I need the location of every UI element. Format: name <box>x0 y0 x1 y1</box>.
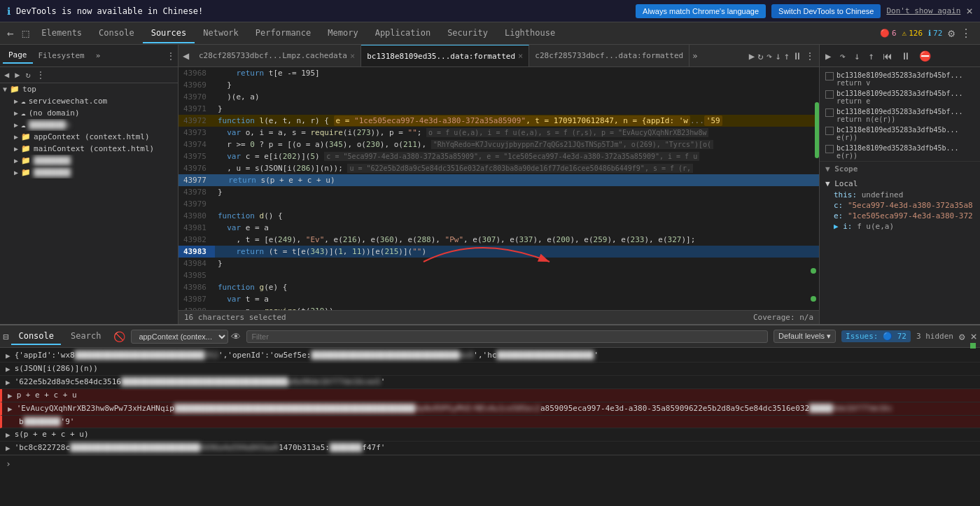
scope-item-3[interactable]: bc1318e8109ed35283a3dfb45bf... return n(… <box>820 106 980 125</box>
sidebar-tabs-more[interactable]: » <box>90 48 106 63</box>
tab-elements[interactable]: Elements <box>33 24 90 43</box>
console-row-7-arrow[interactable]: ▶ <box>6 444 10 453</box>
tree-item-blurred1[interactable]: ▶ ☁ ████████n <box>0 119 178 131</box>
tree-item-blurred3[interactable]: ▶ 📁 ████████ <box>0 167 178 178</box>
more-btn[interactable]: ⋮ <box>805 50 815 62</box>
scope-item-5[interactable]: bc1318e8109ed35283a3dfb45b... e(r)) <box>820 143 980 161</box>
scope-sub-2: return e <box>836 97 963 105</box>
tree-item-maincontext[interactable]: ▶ 📁 mainContext (context.html) <box>0 143 178 155</box>
console-row-5-arrow[interactable]: ▶ <box>8 405 13 414</box>
deactivate-btn[interactable]: ⏸ <box>792 50 802 62</box>
default-levels-btn[interactable]: Default levels ▾ <box>774 330 836 343</box>
tab-lighthouse[interactable]: Lighthouse <box>496 24 564 43</box>
console-row-3-arrow[interactable]: ▶ <box>6 378 10 387</box>
tab-console[interactable]: Console <box>90 24 143 43</box>
back-icon[interactable]: ← <box>3 24 18 43</box>
tree-item-blurred2[interactable]: ▶ 📁 ████████ <box>0 155 178 167</box>
tree-label-ac: appContext (context.html) <box>34 132 150 141</box>
info-badge[interactable]: ℹ 72 <box>928 29 942 38</box>
step-into-right-btn[interactable]: ↓ <box>851 49 862 63</box>
settings-icon[interactable]: ⚙ <box>948 27 955 40</box>
scope-local[interactable]: ▼ Local <box>820 176 980 190</box>
scope-item-1[interactable]: bc1318e8109ed35283a3dfb45bf... return v <box>820 70 980 88</box>
console-context-select[interactable]: appContext (contex... <box>131 330 228 344</box>
run-btn[interactable]: ▶ <box>749 50 755 62</box>
console-filter-input[interactable] <box>246 330 768 343</box>
step-back-btn[interactable]: ⏮ <box>880 49 895 63</box>
console-close-btn[interactable]: × <box>970 330 977 343</box>
scope-item-4[interactable]: bc1318e8109ed35283a3dfb45b... e(r)) <box>820 125 980 143</box>
tree-arrow-nd: ▶ <box>14 109 18 117</box>
scope-checkbox-1[interactable] <box>825 72 834 80</box>
console-area[interactable]: ▶ {'appId':'wx8█████████████████████████… <box>0 348 980 506</box>
code-tab-3[interactable]: c28cf285733dbcf...data:formatted <box>529 45 690 67</box>
tree-item-appcontext[interactable]: ▶ 📁 appContext (context.html) <box>0 131 178 143</box>
scope-header: ▼ Scope <box>820 161 980 176</box>
tree-item-top[interactable]: ▼ 📁 top <box>0 83 178 95</box>
sidebar-nav-left[interactable]: ◀ <box>3 69 10 81</box>
console-row-6-arrow[interactable]: ▶ <box>6 430 10 440</box>
console-row-6: ▶ s(p + e + c + u) <box>0 428 980 442</box>
deactivate-bps-btn[interactable]: ⏸ <box>898 49 913 63</box>
scope-checkbox-5[interactable] <box>825 145 834 153</box>
match-language-button[interactable]: Always match Chrome's language <box>636 4 766 18</box>
sidebar-nav-right[interactable]: ▶ <box>13 69 21 81</box>
step-over-btn[interactable]: ↷ <box>766 50 772 62</box>
tab-memory[interactable]: Memory <box>319 24 366 43</box>
tree-label-b2: ████████ <box>34 156 71 165</box>
switch-chinese-button[interactable]: Switch DevTools to Chinese <box>771 4 881 18</box>
step-over-right-btn[interactable]: ↷ <box>836 49 848 63</box>
console-eye-icon[interactable]: 👁 <box>231 331 241 342</box>
step-into-btn[interactable]: ↓ <box>775 50 780 62</box>
code-tab-1[interactable]: c28cf285733dbcf...Lmpz.cachedata × <box>193 45 361 67</box>
line-43977: 43977 return s(p + e + c + u) <box>178 174 819 186</box>
tab-performance[interactable]: Performance <box>247 24 319 43</box>
tab-network[interactable]: Network <box>195 24 247 43</box>
step-out-btn[interactable]: ↑ <box>784 50 790 62</box>
code-tab-2-close[interactable]: × <box>518 51 523 61</box>
console-row-4-arrow[interactable]: ▶ <box>8 391 13 400</box>
console-drawer-toggle[interactable]: ⊟ <box>3 331 8 342</box>
notification-close-icon[interactable]: × <box>966 4 973 17</box>
tab-sources[interactable]: Sources <box>143 24 195 43</box>
tree-item-nodomain[interactable]: ▶ ☁ (no domain) <box>0 107 178 119</box>
clear-console-btn[interactable]: 🚫 <box>111 331 128 342</box>
scope-item-2[interactable]: bc1318e8109ed35283a3dfb45bf... return e <box>820 88 980 106</box>
line-43983: 43983 return (t = t[e(343)](1, 11))[e(21… <box>178 246 819 258</box>
more-options-icon[interactable]: ⋮ <box>960 27 972 40</box>
tab-nav-left[interactable]: ◀ <box>178 48 193 64</box>
console-row-2-arrow[interactable]: ▶ <box>6 365 10 374</box>
warning-badge[interactable]: ⚠ 126 <box>902 29 923 38</box>
sidebar-menu-icon[interactable]: ⋮ <box>167 51 175 61</box>
sidebar-more[interactable]: ⋮ <box>35 69 46 81</box>
sidebar-refresh[interactable]: ↻ <box>24 69 31 81</box>
tree-item-servicewechat[interactable]: ▶ ☁ servicewechat.com <box>0 95 178 107</box>
issues-badge[interactable]: Issues: 🔵 72 <box>841 330 911 342</box>
code-tab-1-close[interactable]: × <box>350 51 355 61</box>
tab-application[interactable]: Application <box>367 24 439 43</box>
code-tab-2[interactable]: bc1318e8109ed35...data:formatted × <box>361 45 529 67</box>
console-tab-search[interactable]: Search <box>64 328 108 345</box>
cloud-icon-nd: ☁ <box>21 108 26 118</box>
scope-prop-i[interactable]: ▶ i: f u(e,a) <box>820 221 980 232</box>
step-out-right-btn[interactable]: ↑ <box>865 49 876 63</box>
error-badge[interactable]: 🔴 6 <box>880 29 897 38</box>
scope-checkbox-2[interactable] <box>825 90 834 99</box>
console-tab-console[interactable]: Console <box>11 328 61 345</box>
code-area[interactable]: 43968 return t[e -= 195] 43969 } 43970 )… <box>178 67 819 310</box>
dont-show-again-link[interactable]: Don't show again <box>886 6 960 15</box>
sidebar-tab-filesystem[interactable]: Filesystem <box>33 48 90 63</box>
refresh-btn[interactable]: ↻ <box>757 50 763 62</box>
scope-checkbox-3[interactable] <box>825 108 834 117</box>
inspect-icon[interactable]: ⬚ <box>18 24 34 43</box>
console-settings-icon[interactable]: ⚙ <box>959 331 965 342</box>
line-43978: 43978 } <box>178 186 819 198</box>
tab-overflow-btn[interactable]: » <box>690 48 700 64</box>
resume-btn[interactable]: ▶ <box>822 49 834 63</box>
console-row-1-arrow[interactable]: ▶ <box>6 351 10 360</box>
sidebar-tab-page[interactable]: Page <box>3 48 33 64</box>
dont-pause-btn[interactable]: ⛔ <box>916 49 934 63</box>
tab-security[interactable]: Security <box>439 24 496 43</box>
scope-checkbox-4[interactable] <box>825 127 834 135</box>
console-input[interactable] <box>15 459 974 468</box>
